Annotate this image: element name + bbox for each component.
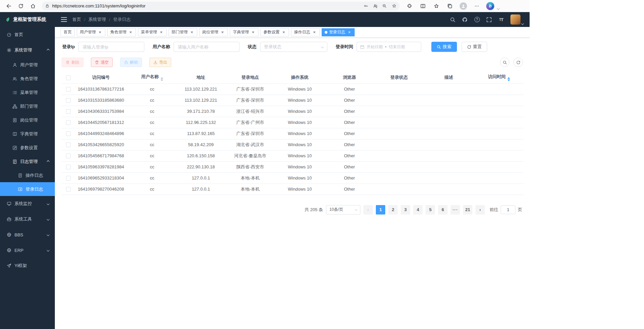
- refresh-table-button[interactable]: [513, 58, 523, 67]
- zoom-icon[interactable]: [382, 4, 387, 8]
- tab[interactable]: 操作日志 ×: [291, 28, 320, 36]
- page-button[interactable]: 2: [388, 205, 398, 215]
- sidebar-item-bbs[interactable]: BBS: [0, 227, 55, 242]
- sidebar-item-menu-management[interactable]: 菜单管理: [0, 86, 55, 99]
- sidebar-item-dict-management[interactable]: 字典管理: [0, 127, 55, 141]
- tab-close-icon[interactable]: ×: [281, 30, 286, 35]
- page-button[interactable]: 6: [438, 205, 448, 215]
- tab[interactable]: 菜单管理 ×: [138, 28, 167, 36]
- sidebar-caret-icon[interactable]: [497, 7, 500, 9]
- tab-close-icon[interactable]: ×: [189, 30, 194, 35]
- tab[interactable]: 用户管理 ×: [77, 28, 105, 36]
- more-menu-icon[interactable]: [472, 1, 482, 11]
- page-button[interactable]: 3: [401, 205, 410, 215]
- row-checkbox[interactable]: [66, 87, 71, 92]
- collections-icon[interactable]: [445, 1, 455, 11]
- ip-input[interactable]: [78, 42, 144, 52]
- row-checkbox[interactable]: [66, 142, 71, 147]
- tab-close-icon[interactable]: ×: [347, 30, 352, 35]
- back-icon[interactable]: [3, 1, 14, 11]
- tab-close-icon[interactable]: ×: [159, 30, 164, 35]
- sidebar-item-role-management[interactable]: 角色管理: [0, 72, 55, 86]
- more-pages-button[interactable]: ···: [451, 205, 460, 215]
- row-checkbox[interactable]: [66, 187, 71, 192]
- col-visit-time[interactable]: 访问时间: [474, 72, 524, 84]
- tab[interactable]: 首页 ×: [61, 28, 75, 36]
- sidebar-item-system-monitor[interactable]: 系统监控: [0, 196, 55, 211]
- search-button[interactable]: 搜索: [431, 42, 457, 52]
- fullscreen-icon[interactable]: [486, 17, 492, 23]
- url-text[interactable]: https://ccnetcore.com:1101/system/log/lo…: [52, 3, 361, 8]
- tab[interactable]: 登录日志 ×: [322, 28, 355, 36]
- sidebar-item-home[interactable]: 首页: [0, 27, 55, 42]
- tab[interactable]: 字典管理 ×: [230, 28, 258, 36]
- page-button[interactable]: 4: [413, 205, 423, 215]
- sidebar-item-user-management[interactable]: 用户管理: [0, 58, 55, 72]
- table-row[interactable]: 1641059633978281984 cc 222.90.130.18 陕西省…: [62, 161, 524, 172]
- sidebar-item-yi-framework[interactable]: Yi框架: [0, 258, 55, 273]
- export-button[interactable]: 导出: [149, 58, 171, 67]
- row-checkbox[interactable]: [66, 131, 71, 136]
- sidebar-item-log-management[interactable]: 日志管理: [0, 155, 55, 168]
- tab[interactable]: 角色管理 ×: [107, 28, 136, 36]
- favorites-icon[interactable]: [431, 1, 441, 11]
- delete-button[interactable]: 删除: [62, 58, 83, 67]
- row-checkbox[interactable]: [66, 165, 71, 169]
- page-button[interactable]: 1: [376, 205, 385, 215]
- row-checkbox[interactable]: [66, 109, 71, 114]
- extensions-icon[interactable]: [404, 1, 415, 11]
- table-row[interactable]: 1641054566717984768 cc 120.6.150.158 河北省…: [62, 150, 524, 161]
- row-checkbox[interactable]: [66, 98, 71, 103]
- tab[interactable]: 岗位管理 ×: [199, 28, 228, 36]
- tab-close-icon[interactable]: ×: [98, 30, 102, 35]
- tab[interactable]: 部门管理 ×: [169, 28, 197, 36]
- table-row[interactable]: 1641069798270046208 cc 127.0.0.1 本地-本机 W…: [62, 184, 524, 195]
- hamburger-icon[interactable]: [61, 17, 67, 22]
- help-icon[interactable]: ?: [474, 17, 480, 23]
- select-all-checkbox[interactable]: [66, 75, 71, 80]
- table-row[interactable]: 1641069652933218304 cc 127.0.0.1 本地-本机 W…: [62, 172, 524, 184]
- row-checkbox[interactable]: [66, 176, 71, 180]
- key-icon[interactable]: [364, 4, 368, 8]
- font-size-icon[interactable]: TT: [498, 17, 504, 23]
- table-row[interactable]: 1641053426655825920 cc 58.19.42.209 湖北省-…: [62, 139, 524, 150]
- breadcrumb-home[interactable]: 首页: [72, 17, 81, 23]
- table-row[interactable]: 1641031533185863680 cc 113.102.129.221 广…: [62, 95, 524, 106]
- breadcrumb-system[interactable]: 系统管理: [88, 17, 106, 23]
- sidebar-item-system-tools[interactable]: 系统工具: [0, 211, 55, 227]
- sidebar-item-param-settings[interactable]: 参数设置: [0, 141, 55, 155]
- last-page-button[interactable]: 21: [463, 205, 472, 215]
- search-icon[interactable]: [450, 17, 456, 23]
- prev-page-button[interactable]: ‹: [363, 205, 373, 215]
- sidebar-item-operation-log[interactable]: 操作日志: [0, 168, 55, 182]
- tab-close-icon[interactable]: ×: [312, 30, 317, 35]
- col-username[interactable]: 用户名称: [127, 72, 177, 84]
- sidebar-item-login-log[interactable]: 登录日志: [0, 182, 55, 196]
- date-range-picker[interactable]: 开始日期 - 结束日期: [357, 42, 421, 52]
- page-button[interactable]: 5: [426, 205, 435, 215]
- user-avatar[interactable]: [510, 14, 524, 25]
- next-page-button[interactable]: ›: [475, 205, 485, 215]
- home-icon[interactable]: [28, 1, 38, 11]
- goto-page-input[interactable]: [501, 205, 515, 214]
- address-bar[interactable]: https://ccnetcore.com:1101/system/log/lo…: [42, 2, 400, 10]
- clear-button[interactable]: 清空: [91, 58, 113, 67]
- page-size-select[interactable]: 10条/页: [326, 205, 360, 215]
- refresh-icon[interactable]: [15, 1, 26, 11]
- toggle-search-button[interactable]: [500, 58, 509, 67]
- github-icon[interactable]: [462, 17, 468, 23]
- bing-copilot-icon[interactable]: b: [485, 1, 495, 11]
- table-row[interactable]: 1641044993248464896 cc 113.87.92.165 广东省…: [62, 128, 524, 139]
- tab[interactable]: 参数设置 ×: [260, 28, 289, 36]
- reset-button[interactable]: 重置: [462, 42, 487, 52]
- profile-icon[interactable]: [458, 1, 468, 11]
- table-row[interactable]: 1641044520567181312 cc 112.96.225.132 广东…: [62, 117, 524, 128]
- tab-close-icon[interactable]: ×: [251, 30, 255, 35]
- table-row[interactable]: 1641043063331753984 cc 39.171.210.78 浙江省…: [62, 106, 524, 117]
- sort-icons[interactable]: [160, 77, 163, 81]
- sidebar-item-erp[interactable]: ERP: [0, 242, 55, 258]
- sidebar-item-system-management[interactable]: 系统管理: [0, 42, 55, 58]
- sort-icons[interactable]: [507, 77, 510, 81]
- table-row[interactable]: 1641031367863177216 cc 113.102.129.221 广…: [62, 84, 524, 95]
- tab-close-icon[interactable]: ×: [220, 30, 225, 35]
